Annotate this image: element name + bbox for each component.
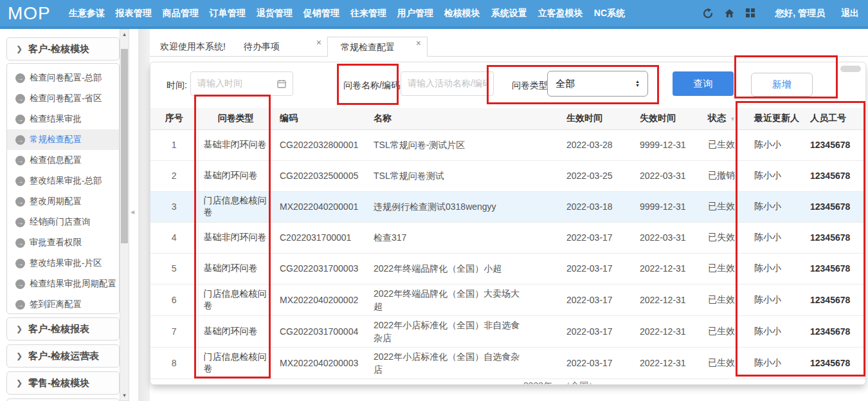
cell-code: C2022031700001 — [273, 222, 367, 253]
cell-name: 2022年小店标准化（全国）自选食杂店 — [367, 347, 559, 378]
menu-item[interactable]: 报表管理 — [116, 8, 152, 19]
sidebar-item[interactable]: → 经销商门店查询 — [7, 212, 119, 232]
cell-updater: 陈小小 — [746, 284, 802, 315]
cell-type: 基础非闭环问卷 — [198, 222, 273, 253]
questionnaire-table: 序号 问卷类型 编码 名称 生效时间 失效时间 状态▼ 最近更新人 人员工号 — [150, 108, 866, 379]
table-header: 序号 问卷类型 编码 名称 生效时间 失效时间 状态▼ 最近更新人 人员工号 — [150, 108, 866, 129]
column-header[interactable]: 问卷类型 — [198, 108, 273, 129]
menu-item[interactable]: 促销管理 — [303, 8, 339, 19]
menu-item[interactable]: 退货管理 — [257, 8, 293, 19]
sidebar-item[interactable]: → 检查结果审批周期配置 — [7, 274, 119, 294]
cell-expiry-date: 2022-03-31 — [632, 222, 703, 253]
cell-status: 已撤销 — [703, 160, 746, 191]
menu-item[interactable]: 商品管理 — [163, 8, 199, 19]
cell-expiry-date: 2022-12-31 — [632, 347, 703, 378]
scroll-down-icon[interactable]: ▼ — [120, 391, 129, 400]
sidebar-collapse-icon[interactable]: ◂ — [131, 207, 134, 216]
filter-icon[interactable]: ▼ — [730, 116, 736, 122]
table-row[interactable]: 3 门店信息检核问卷 MX2022040200001 违规例行检查测试0318w… — [150, 191, 866, 222]
cell-name: 2022年终端品牌化（全国）小超 — [367, 253, 559, 284]
column-header[interactable]: 序号 — [150, 108, 198, 129]
sidebar-item[interactable]: → 常规检查配置 — [7, 129, 119, 150]
sidebar-section-customer-check-module[interactable]: ❯ 客户-检核模块 — [6, 37, 120, 61]
sidebar-item[interactable]: → 检查问卷配置-总部 — [7, 68, 119, 88]
sidebar-section-customer-check-report[interactable]: ❯ 客户-检核报表 — [6, 317, 120, 340]
grid-icon[interactable] — [745, 8, 756, 19]
cell-seq: 7 — [150, 315, 198, 347]
cell-seq: 8 — [150, 347, 198, 378]
table-row[interactable]: 8 门店信息检核问卷 MX2022040200003 2022年小店标准化（全国… — [150, 347, 866, 378]
cell-employee-id: 12345678 — [802, 191, 866, 222]
column-header[interactable]: 失效时间 — [632, 108, 703, 129]
app-logo[interactable]: MOP — [8, 3, 51, 24]
cell-expiry-date: 9999-12-31 — [632, 191, 703, 222]
cell-effective-date: 2022-03-17 — [559, 315, 632, 347]
tab-close-icon[interactable]: × — [316, 33, 321, 53]
table-row[interactable]: 2 基础闭环问卷 CG2022032500005 TSL常规问卷测试 2022-… — [150, 160, 866, 191]
cell-name: TSL常规问卷测试 — [367, 160, 559, 191]
sidebar-section-customer-check-ops[interactable]: ❯ 客户-检核运营表 — [6, 344, 120, 368]
filter-bar: 时间: 请输入时间 问卷名称/编码 请输入活动名称/编码 问卷类型 全部 ▲▼ … — [150, 62, 865, 108]
search-button[interactable]: 查询 — [673, 71, 734, 96]
sidebar-section-retail-check-module[interactable]: ❯ 零售-检核模块 — [6, 371, 120, 395]
cell-type: 基础非闭环问卷 — [198, 129, 273, 160]
sidebar-item[interactable]: → 审批查看权限 — [7, 232, 119, 253]
sidebar-scrollbar[interactable]: ▲ ▼ — [120, 29, 129, 401]
menu-item[interactable]: NC系统 — [594, 8, 625, 19]
tab[interactable]: 待办事项 × — [226, 37, 327, 57]
cell-code: MX2022040200002 — [273, 284, 367, 315]
add-button[interactable]: 新增 — [751, 73, 813, 97]
calendar-icon[interactable] — [276, 79, 287, 91]
cell-expiry-date: 9999-12-31 — [632, 129, 703, 160]
menu-item[interactable]: 系统设置 — [491, 8, 527, 19]
home-icon[interactable] — [723, 8, 735, 19]
scrollbar-thumb[interactable] — [121, 49, 128, 243]
menu-item[interactable]: 检核模块 — [444, 8, 480, 19]
column-header[interactable]: 生效时间 — [559, 108, 632, 129]
column-header[interactable]: 人员工号 — [802, 108, 866, 129]
cell-seq: 5 — [150, 253, 198, 284]
sidebar-item[interactable]: → 整改结果审批-总部 — [7, 171, 119, 191]
cell-updater: 陈小小 — [746, 253, 802, 284]
cell-type: 门店信息检核问卷 — [198, 347, 273, 378]
table-row[interactable]: 6 门店信息检核问卷 MX2022040200002 2022年终端品牌化（全国… — [150, 284, 866, 315]
column-header[interactable]: 状态▼ — [703, 108, 746, 129]
questionnaire-type-select[interactable]: 全部 ▲▼ — [547, 71, 648, 97]
menu-item[interactable]: 生意参谋 — [69, 8, 105, 19]
menu-item[interactable]: 立客盈模块 — [538, 8, 583, 19]
sidebar-item[interactable]: → 检查信息配置 — [7, 150, 119, 171]
cell-effective-date: 2022-03-18 — [559, 191, 632, 222]
scroll-up-icon[interactable]: ▲ — [120, 30, 129, 39]
menu-item[interactable]: 往来管理 — [350, 8, 386, 19]
history-icon[interactable] — [702, 8, 714, 19]
sidebar-item[interactable]: → 检查结果审批 — [7, 109, 119, 129]
table-row[interactable]: 5 基础闭环问卷 CG2022031700003 2022年终端品牌化（全国）小… — [150, 253, 866, 284]
column-header[interactable]: 编码 — [273, 108, 367, 129]
sidebar-item[interactable]: → 整改周期配置 — [7, 191, 119, 212]
cell-effective-date: 2022-03-17 — [559, 222, 632, 253]
sidebar-item[interactable]: → 签到距离配置 — [7, 294, 119, 314]
cell-status: 已生效 — [703, 191, 746, 222]
logout-button[interactable]: 退出 — [841, 8, 859, 19]
column-header[interactable]: 最近更新人 — [746, 108, 802, 129]
menu-item[interactable]: 用户管理 — [397, 8, 433, 19]
horizontal-scrollbar-thumb[interactable] — [840, 66, 861, 72]
table-row[interactable]: 7 基础闭环问卷 CG2022031700004 2022年小店标准化（全国）非… — [150, 315, 866, 347]
cell-effective-date: 2022-03-17 — [559, 284, 632, 315]
sidebar-item[interactable]: → 检查问卷配置-省区 — [7, 88, 119, 109]
menu-item[interactable]: 订单管理 — [210, 8, 246, 19]
tab[interactable]: 常规检查配置 × — [327, 37, 428, 57]
sidebar-item[interactable]: → 整改结果审批-片区 — [7, 253, 119, 274]
arrow-circle-icon: → — [15, 156, 25, 165]
column-header[interactable]: 名称 — [367, 108, 559, 129]
tab[interactable]: 欢迎使用本系统! × — [150, 37, 226, 57]
questionnaire-type-label: 问卷类型 — [512, 80, 548, 91]
table-row[interactable]: 4 基础非闭环问卷 C2022031700001 检查317 2022-03-1… — [150, 222, 866, 253]
cell-employee-id: 12345678 — [802, 284, 866, 315]
questionnaire-name-input[interactable]: 请输入活动名称/编码 — [401, 71, 494, 96]
cell-employee-id: 12345678 — [802, 253, 866, 284]
cell-updater: 陈小小 — [746, 129, 802, 160]
time-input[interactable]: 请输入时间 — [190, 71, 293, 96]
table-row[interactable]: 1 基础非闭环问卷 CG2022032800001 TSL常规问卷-测试片区 2… — [150, 129, 866, 160]
tab-close-icon[interactable]: × — [416, 33, 421, 53]
